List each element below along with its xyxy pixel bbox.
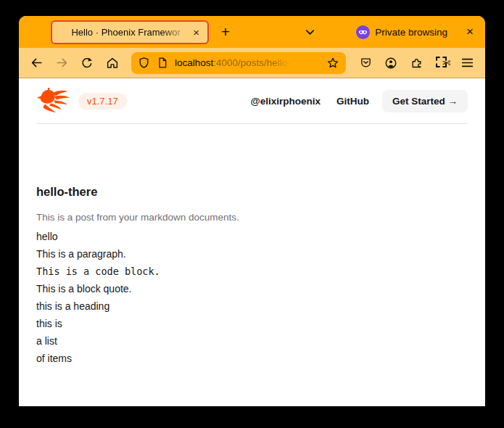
navigation-toolbar: localhost:4000/posts/hello-t (19, 48, 485, 78)
site-header: v1.7.17 @elixirphoenix GitHub Get Starte… (36, 78, 468, 123)
toolbar-right-icons: ✂ (352, 52, 479, 74)
article-line: of items (36, 350, 468, 367)
list-all-tabs-button[interactable] (300, 22, 319, 41)
article-line: This is a code block. (36, 263, 468, 280)
tab-close-icon[interactable]: × (191, 26, 202, 38)
site-info-icon[interactable] (157, 57, 168, 69)
version-badge: v1.7.17 (78, 93, 127, 110)
window-close-button[interactable]: × (460, 22, 479, 41)
article-subtitle: This is a post from your markdown docume… (36, 212, 468, 223)
extensions-button[interactable] (405, 52, 428, 74)
browser-window: Hello · Phoenix Framewor × + Private bro… (19, 16, 485, 406)
nav-link-elixirphoenix[interactable]: @elixirphoenix (251, 96, 321, 107)
chevron-down-icon (305, 27, 315, 38)
tab-title: Hello · Phoenix Framewor (61, 27, 191, 38)
shield-icon[interactable] (138, 57, 150, 69)
menu-button[interactable] (455, 52, 479, 74)
article: hello-there This is a post from your mar… (36, 185, 468, 367)
article-lines: helloThis is a paragraph.This is a code … (36, 228, 468, 367)
reload-icon (80, 57, 94, 70)
get-started-button[interactable]: Get Started → (382, 90, 468, 112)
article-line: this is a heading (36, 297, 468, 315)
reload-button[interactable] (76, 52, 98, 74)
back-arrow-icon (30, 56, 44, 70)
phoenix-logo[interactable] (36, 88, 70, 115)
screenshot-button[interactable]: ✂ (430, 52, 453, 74)
header-divider (36, 123, 468, 124)
page-content: v1.7.17 @elixirphoenix GitHub Get Starte… (19, 78, 485, 406)
account-icon (384, 57, 397, 70)
private-browsing-badge: Private browsing (356, 25, 447, 39)
forward-arrow-icon (55, 56, 69, 70)
url-text[interactable]: localhost:4000/posts/hello-t (175, 57, 326, 68)
hamburger-menu-icon (461, 57, 474, 68)
article-line: This is a paragraph. (36, 245, 468, 263)
screenshot-stage: Hello · Phoenix Framewor × + Private bro… (0, 0, 504, 428)
forward-button[interactable] (51, 52, 73, 74)
url-path: :4000/posts/hello-t (213, 57, 293, 68)
private-mask-icon (356, 25, 370, 39)
browser-tab[interactable]: Hello · Phoenix Framewor × (51, 20, 209, 44)
tab-bar: Hello · Phoenix Framewor × + Private bro… (19, 16, 485, 48)
puzzle-piece-icon (410, 57, 423, 69)
account-button[interactable] (379, 52, 402, 74)
article-line: This is a block quote. (36, 280, 468, 297)
article-title: hello-there (36, 185, 468, 199)
nav-link-github[interactable]: GitHub (336, 96, 369, 107)
article-line: this is (36, 315, 468, 332)
new-tab-button[interactable]: + (216, 22, 235, 41)
pocket-button[interactable] (354, 52, 377, 74)
home-icon (106, 57, 119, 70)
url-bar[interactable]: localhost:4000/posts/hello-t (131, 52, 346, 74)
screenshot-icon: ✂ (434, 57, 449, 70)
private-browsing-label: Private browsing (375, 27, 447, 38)
back-button[interactable] (25, 52, 47, 74)
bookmark-star-icon[interactable] (326, 57, 339, 70)
url-domain: localhost (175, 57, 213, 68)
home-button[interactable] (102, 52, 123, 74)
pocket-icon (360, 57, 372, 69)
article-line: hello (36, 228, 468, 245)
article-line: a list (36, 332, 468, 350)
